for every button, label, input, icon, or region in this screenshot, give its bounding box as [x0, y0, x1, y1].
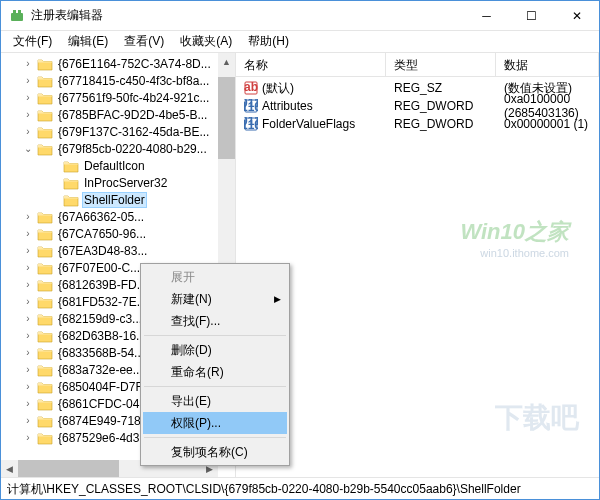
expand-icon[interactable]: › — [21, 74, 35, 88]
tree-item[interactable]: ›{676E1164-752C-3A74-8D... — [5, 55, 235, 72]
value-data: 0xa0100000 (2685403136) — [496, 92, 599, 120]
statusbar: 计算机\HKEY_CLASSES_ROOT\CLSID\{679f85cb-02… — [1, 477, 599, 499]
expand-icon[interactable]: › — [21, 261, 35, 275]
tree-label: {6785BFAC-9D2D-4be5-B... — [56, 107, 209, 123]
col-header-data[interactable]: 数据 — [496, 53, 599, 76]
menu-favorites[interactable]: 收藏夹(A) — [172, 31, 240, 52]
tree-item[interactable]: ⌄{679f85cb-0220-4080-b29... — [5, 140, 235, 157]
folder-icon — [37, 295, 53, 309]
folder-icon — [37, 380, 53, 394]
tree-item[interactable]: ›{67EA3D48-83... — [5, 242, 235, 259]
expand-icon[interactable]: › — [21, 380, 35, 394]
menu-help[interactable]: 帮助(H) — [240, 31, 297, 52]
expand-icon[interactable]: › — [21, 108, 35, 122]
value-name: Attributes — [262, 99, 313, 113]
ctx-new[interactable]: 新建(N)▶ — [143, 288, 287, 310]
tree-item[interactable]: ›{67718415-c450-4f3c-bf8a... — [5, 72, 235, 89]
tree-item[interactable]: ShellFolder — [5, 191, 235, 208]
expand-icon[interactable]: › — [21, 414, 35, 428]
ctx-expand: 展开 — [143, 266, 287, 288]
expand-icon[interactable]: › — [21, 363, 35, 377]
titlebar[interactable]: 注册表编辑器 ─ ☐ ✕ — [1, 1, 599, 31]
ctx-find[interactable]: 查找(F)... — [143, 310, 287, 332]
tree-label: {681FD532-7E... — [56, 294, 149, 310]
binary-value-icon — [244, 99, 258, 113]
tree-item[interactable]: DefaultIcon — [5, 157, 235, 174]
ctx-copy-key-name[interactable]: 复制项名称(C) — [143, 441, 287, 463]
menu-view[interactable]: 查看(V) — [116, 31, 172, 52]
folder-icon — [37, 108, 53, 122]
expand-icon[interactable] — [47, 193, 61, 207]
menubar: 文件(F) 编辑(E) 查看(V) 收藏夹(A) 帮助(H) — [1, 31, 599, 53]
close-button[interactable]: ✕ — [554, 1, 599, 30]
tree-label: {683a732e-ee... — [56, 362, 145, 378]
expand-icon[interactable]: › — [21, 244, 35, 258]
values-pane: 名称 类型 数据 (默认)REG_SZ(数值未设置)AttributesREG_… — [236, 53, 599, 477]
value-row[interactable]: AttributesREG_DWORD0xa0100000 (268540313… — [236, 97, 599, 115]
menu-edit[interactable]: 编辑(E) — [60, 31, 116, 52]
tree-label: {677561f9-50fc-4b24-921c... — [56, 90, 211, 106]
value-name: FolderValueFlags — [262, 117, 355, 131]
value-data: 0x00000001 (1) — [496, 117, 599, 131]
expand-icon[interactable]: › — [21, 431, 35, 445]
expand-icon[interactable] — [47, 176, 61, 190]
expand-icon[interactable]: › — [21, 312, 35, 326]
tree-item[interactable]: ›{67A66362-05... — [5, 208, 235, 225]
folder-icon — [37, 397, 53, 411]
folder-icon — [37, 414, 53, 428]
scroll-thumb[interactable] — [218, 77, 235, 159]
expand-icon[interactable]: ⌄ — [21, 142, 35, 156]
ctx-export[interactable]: 导出(E) — [143, 390, 287, 412]
expand-icon[interactable]: › — [21, 227, 35, 241]
expand-icon[interactable]: › — [21, 125, 35, 139]
window-title: 注册表编辑器 — [31, 7, 464, 24]
expand-icon[interactable]: › — [21, 397, 35, 411]
col-header-name[interactable]: 名称 — [236, 53, 386, 76]
value-row[interactable]: FolderValueFlagsREG_DWORD0x00000001 (1) — [236, 115, 599, 133]
expand-icon[interactable]: › — [21, 295, 35, 309]
expand-icon[interactable]: › — [21, 210, 35, 224]
folder-icon — [37, 74, 53, 88]
menu-file[interactable]: 文件(F) — [5, 31, 60, 52]
expand-icon[interactable]: › — [21, 57, 35, 71]
folder-icon — [37, 227, 53, 241]
folder-icon — [37, 363, 53, 377]
tree-item[interactable]: InProcServer32 — [5, 174, 235, 191]
tree-item[interactable]: ›{6785BFAC-9D2D-4be5-B... — [5, 106, 235, 123]
separator — [144, 437, 286, 438]
window-controls: ─ ☐ ✕ — [464, 1, 599, 30]
scroll-left-button[interactable]: ◀ — [1, 460, 18, 477]
binary-value-icon — [244, 117, 258, 131]
tree-item[interactable]: ›{679F137C-3162-45da-BE... — [5, 123, 235, 140]
expand-icon[interactable]: › — [21, 91, 35, 105]
tree-label: {676E1164-752C-3A74-8D... — [56, 56, 213, 72]
tree-item[interactable]: ›{677561f9-50fc-4b24-921c... — [5, 89, 235, 106]
download-watermark: 下载吧 — [495, 399, 579, 437]
tree-label: {6833568B-54... — [56, 345, 146, 361]
ctx-permissions[interactable]: 权限(P)... — [143, 412, 287, 434]
ctx-delete[interactable]: 删除(D) — [143, 339, 287, 361]
values-list[interactable]: (默认)REG_SZ(数值未设置)AttributesREG_DWORD0xa0… — [236, 77, 599, 477]
expand-icon[interactable]: › — [21, 346, 35, 360]
tree-label: {682D63B8-16... — [56, 328, 148, 344]
submenu-arrow-icon: ▶ — [274, 294, 281, 304]
ctx-rename[interactable]: 重命名(R) — [143, 361, 287, 383]
scroll-thumb-h[interactable] — [18, 460, 119, 477]
value-type: REG_DWORD — [386, 99, 496, 113]
watermark: Win10之家 win10.ithome.com — [460, 217, 569, 259]
expand-icon[interactable]: › — [21, 278, 35, 292]
col-header-type[interactable]: 类型 — [386, 53, 496, 76]
folder-icon — [37, 431, 53, 445]
expand-icon[interactable]: › — [21, 329, 35, 343]
folder-icon — [63, 159, 79, 173]
tree-label: DefaultIcon — [82, 158, 147, 174]
tree-label: InProcServer32 — [82, 175, 169, 191]
scroll-up-button[interactable]: ▲ — [218, 53, 235, 70]
tree-item[interactable]: ›{67CA7650-96... — [5, 225, 235, 242]
tree-label: ShellFolder — [82, 192, 147, 208]
minimize-button[interactable]: ─ — [464, 1, 509, 30]
maximize-button[interactable]: ☐ — [509, 1, 554, 30]
tree-label: {682159d9-c3... — [56, 311, 144, 327]
expand-icon[interactable] — [47, 159, 61, 173]
tree-label: {67A66362-05... — [56, 209, 146, 225]
